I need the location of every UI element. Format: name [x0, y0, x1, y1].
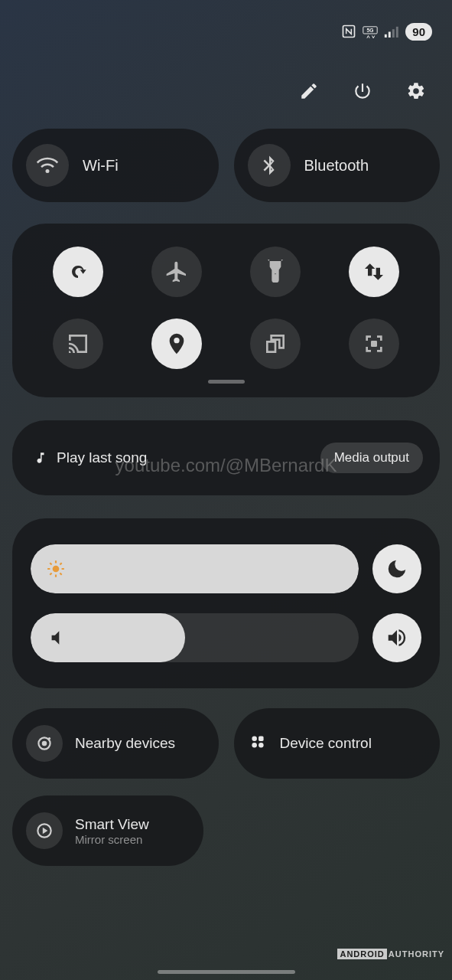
edit-button[interactable] [299, 81, 319, 104]
media-output-button[interactable]: Media output [320, 443, 423, 473]
svg-rect-7 [371, 341, 377, 347]
svg-rect-5 [392, 29, 395, 38]
nearby-devices-label: Nearby devices [75, 735, 175, 752]
screen-record-icon [362, 332, 386, 356]
airplane-icon [164, 260, 189, 284]
connectivity-row: Wi-Fi Bluetooth [12, 129, 440, 202]
svg-line-14 [60, 573, 61, 574]
speaker-icon [385, 626, 408, 649]
attribution-brand1: ANDROID [337, 949, 386, 959]
power-button[interactable] [353, 81, 372, 104]
data-arrows-icon [362, 260, 386, 284]
nearby-devices-button[interactable]: Nearby devices [12, 708, 219, 779]
svg-text:5G: 5G [367, 27, 374, 32]
multi-window-icon [263, 332, 288, 356]
nearby-devices-icon [34, 733, 54, 753]
svg-line-13 [50, 563, 51, 564]
dark-mode-button[interactable] [372, 544, 421, 593]
sun-icon [46, 559, 66, 579]
wifi-icon-circle [26, 144, 69, 187]
bluetooth-icon-circle [248, 144, 291, 187]
play-last-song-button[interactable]: Play last song [34, 449, 147, 466]
battery-level: 90 [405, 23, 432, 41]
svg-point-22 [252, 743, 257, 748]
svg-line-15 [50, 573, 51, 574]
screen-record-tile[interactable] [349, 318, 399, 369]
music-note-icon [34, 451, 47, 465]
quick-tiles-grid [29, 247, 423, 369]
location-pin-icon [164, 332, 189, 356]
bottom-controls-row: Nearby devices Device control [12, 708, 440, 779]
brightness-row [31, 544, 421, 593]
svg-rect-21 [259, 736, 264, 741]
quick-tiles-panel [12, 224, 440, 397]
svg-point-8 [53, 566, 60, 573]
volume-row [31, 613, 421, 662]
volume-slider[interactable] [31, 613, 359, 662]
moon-icon [385, 557, 408, 580]
svg-rect-6 [396, 26, 398, 37]
svg-point-23 [259, 743, 264, 748]
svg-point-17 [42, 741, 47, 746]
sliders-panel [12, 518, 440, 688]
svg-rect-4 [389, 31, 391, 38]
brightness-slider[interactable] [31, 544, 359, 593]
attribution-watermark: ANDROIDAUTHORITY [337, 949, 444, 959]
cast-icon [66, 332, 90, 356]
auto-rotate-icon [66, 260, 90, 284]
nearby-icon-circle [26, 725, 63, 762]
airplane-mode-tile[interactable] [151, 247, 202, 297]
svg-point-20 [252, 736, 257, 741]
wifi-toggle[interactable]: Wi-Fi [12, 129, 219, 202]
media-panel: Play last song youtube.com/@MBernardK Me… [12, 420, 440, 495]
status-icons: 5G 90 [341, 23, 432, 41]
sound-settings-button[interactable] [372, 613, 421, 662]
bluetooth-icon [258, 154, 281, 177]
signal-icon [384, 25, 399, 38]
wifi-icon [36, 154, 59, 177]
settings-button[interactable] [406, 81, 426, 104]
svg-line-16 [60, 563, 61, 564]
smart-view-icon-circle [26, 812, 63, 849]
power-icon [353, 81, 372, 101]
attribution-brand2: AUTHORITY [389, 949, 444, 959]
volume-low-icon [46, 628, 66, 648]
wifi-label: Wi-Fi [83, 157, 119, 175]
status-bar: 5G 90 [12, 0, 440, 54]
smart-view-text: Smart View Mirror screen [75, 816, 149, 846]
location-tile[interactable] [151, 318, 202, 369]
smart-view-icon [34, 821, 54, 841]
navigation-bar-handle[interactable] [158, 970, 295, 974]
play-last-label: Play last song [57, 449, 147, 466]
panel-actions-row [12, 54, 440, 129]
grid-dots-icon [248, 732, 268, 752]
multi-window-tile[interactable] [250, 318, 301, 369]
flashlight-icon [263, 260, 288, 284]
svg-rect-3 [385, 34, 387, 37]
panel-drag-handle[interactable] [208, 380, 245, 384]
media-output-label: Media output [334, 450, 409, 465]
smart-view-title: Smart View [75, 816, 149, 833]
device-control-label: Device control [280, 735, 372, 752]
nfc-icon [341, 24, 356, 39]
pencil-icon [299, 81, 319, 101]
bluetooth-label: Bluetooth [304, 157, 369, 175]
smart-view-row: Smart View Mirror screen [12, 795, 440, 866]
gear-icon [406, 81, 426, 101]
auto-rotate-tile[interactable] [53, 247, 103, 297]
bluetooth-toggle[interactable]: Bluetooth [234, 129, 441, 202]
cast-tile[interactable] [53, 318, 103, 369]
svg-point-19 [48, 737, 50, 740]
smart-view-subtitle: Mirror screen [75, 833, 149, 846]
flashlight-tile[interactable] [250, 247, 301, 297]
device-control-icon-wrap [248, 732, 268, 755]
5g-icon: 5G [363, 25, 378, 38]
device-control-button[interactable]: Device control [234, 708, 441, 779]
mobile-data-tile[interactable] [349, 247, 399, 297]
smart-view-button[interactable]: Smart View Mirror screen [12, 795, 203, 866]
